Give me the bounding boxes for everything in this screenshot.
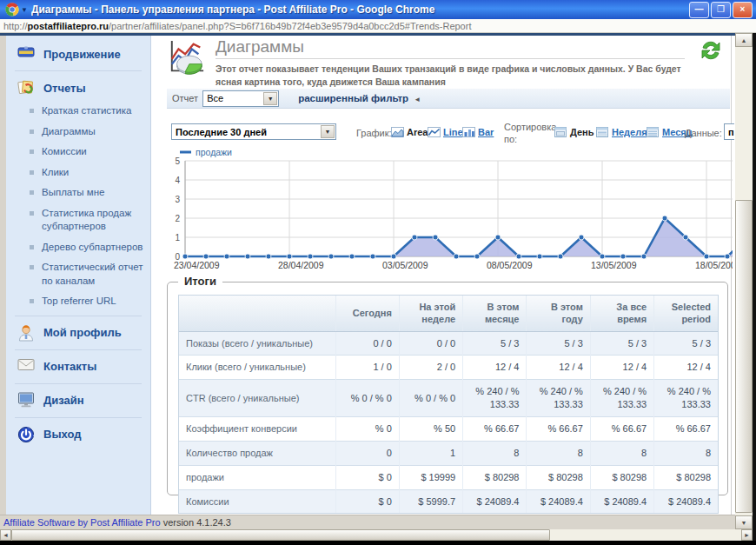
sidebar-item-комиссии[interactable]: Комиссии bbox=[6, 142, 150, 163]
promotion-icon bbox=[17, 45, 35, 63]
summary-cell: 12 / 4 bbox=[590, 356, 653, 380]
sidebar-item-label: Выход bbox=[43, 428, 81, 441]
advanced-filter-link[interactable]: расширенный фильтр◄ bbox=[298, 93, 421, 103]
sidebar-separator bbox=[15, 383, 142, 384]
sidebar-item-диаграммы[interactable]: Диаграммы bbox=[6, 122, 150, 143]
contacts-icon bbox=[17, 358, 35, 376]
bullet-icon bbox=[30, 265, 34, 269]
sidebar-item-клики[interactable]: Клики bbox=[6, 163, 150, 183]
sidebar-item-выход[interactable]: Выход bbox=[6, 422, 150, 448]
summary-cell: 1 bbox=[399, 441, 462, 465]
sort-option-неделя[interactable]: Неделя bbox=[596, 127, 647, 137]
sidebar-item-продвижение[interactable]: Продвижение bbox=[6, 41, 150, 67]
sidebar-item-label: Выплаты мне bbox=[42, 186, 104, 200]
summary-cell: % 66.67 bbox=[590, 416, 653, 441]
chevron-down-icon[interactable]: ▼ bbox=[21, 6, 28, 14]
sidebar-item-label: Отчеты bbox=[43, 82, 86, 95]
sidebar-item-label: Диаграммы bbox=[42, 125, 96, 139]
bullet-icon bbox=[30, 170, 34, 175]
scroll-left-icon[interactable]: ◄ bbox=[0, 529, 11, 541]
footer-link[interactable]: Affiliate Software by Post Affiliate Pro bbox=[3, 517, 161, 528]
page-footer: Affiliate Software by Post Affiliate Pro… bbox=[0, 515, 753, 529]
summary-cell: % 240 / % 133.33 bbox=[590, 380, 653, 417]
screen-bottom-edge bbox=[0, 541, 756, 545]
summary-cell: $ 5999.7 bbox=[399, 489, 462, 513]
sidebar-separator bbox=[15, 70, 142, 71]
chart-type-option-bar[interactable]: Bar bbox=[462, 127, 494, 137]
profile-icon bbox=[17, 324, 35, 342]
summary-cell: $ 0 bbox=[335, 489, 399, 513]
summary-cell: $ 80298 bbox=[463, 465, 527, 489]
sidebar-item-мой-профиль[interactable]: Мой профиль bbox=[6, 320, 150, 346]
window-right-edge bbox=[753, 33, 756, 541]
sort-option-день[interactable]: День bbox=[554, 127, 594, 137]
summary-column-header: В этом году bbox=[527, 296, 590, 331]
sidebar-item-label: Статистический отчет по каналам bbox=[42, 261, 147, 288]
chart-type-option-line[interactable]: Line bbox=[428, 127, 463, 137]
select-arrow-icon[interactable]: ▼ bbox=[321, 125, 335, 138]
period-select[interactable]: Последние 30 дней ▼ bbox=[171, 123, 336, 140]
scroll-down-icon[interactable]: ▼ bbox=[735, 515, 753, 529]
summary-row-label: Клики (всего / уникальные) bbox=[179, 356, 335, 380]
summary-cell: % 66.67 bbox=[527, 416, 590, 441]
restore-button[interactable]: ❐ bbox=[711, 2, 731, 18]
scroll-up-icon[interactable]: ▲ bbox=[735, 33, 753, 47]
summary-cell: % 66.67 bbox=[654, 416, 718, 441]
summary-cell: $ 24089.4 bbox=[463, 489, 527, 513]
vertical-scrollbar[interactable]: ▲ ▼ bbox=[735, 33, 753, 529]
address-bar[interactable]: http://postaffiliatepro.ru/partner/affil… bbox=[0, 19, 756, 33]
bullet-icon bbox=[30, 299, 34, 303]
summary-cell: 8 bbox=[654, 441, 718, 465]
report-select[interactable]: Все ▼ bbox=[202, 90, 279, 107]
minimize-button[interactable]: — bbox=[689, 2, 709, 18]
page-title: Диаграммы bbox=[216, 37, 304, 56]
calendar-day-icon bbox=[554, 127, 567, 137]
calendar-month-icon bbox=[647, 127, 660, 137]
sales-trend-chart: 01234523/04/200928/04/200903/05/200908/0… bbox=[168, 147, 733, 276]
sidebar-item-top-referrer-url[interactable]: Top referrer URL bbox=[6, 291, 150, 312]
line-icon bbox=[428, 127, 441, 137]
sidebar-item-контакты[interactable]: Контакты bbox=[6, 354, 150, 380]
summary-cell: 5 / 3 bbox=[463, 331, 527, 356]
chart-type-option-area[interactable]: Area bbox=[391, 127, 428, 137]
summary-cell: % 0 / % 0 bbox=[399, 380, 462, 417]
sidebar-item-выплаты-мне[interactable]: Выплаты мне bbox=[6, 183, 150, 203]
sidebar-item-отчеты[interactable]: Отчеты bbox=[6, 75, 150, 101]
refresh-icon[interactable] bbox=[700, 39, 722, 62]
url-path: /partner/affiliates/panel.php?S=b6f716b4… bbox=[109, 21, 471, 31]
summary-cell: $ 24089.4 bbox=[527, 489, 590, 513]
sidebar: ПродвижениеОтчетыКраткая статистикаДиагр… bbox=[6, 36, 151, 515]
horizontal-scrollbar[interactable]: ◄ ► bbox=[0, 529, 753, 541]
vertical-scroll-thumb[interactable] bbox=[735, 200, 753, 513]
horizontal-scroll-thumb[interactable] bbox=[11, 529, 550, 541]
sidebar-item-статистический-отчет-по-каналам[interactable]: Статистический отчет по каналам bbox=[6, 257, 150, 291]
logout-icon bbox=[17, 426, 35, 443]
sidebar-item-label: Комиссии bbox=[42, 145, 87, 159]
sidebar-item-label: Продвижение bbox=[43, 48, 121, 61]
title-rule bbox=[216, 58, 685, 59]
table-row: Количество продаж018888 bbox=[179, 441, 718, 465]
summary-cell: $ 80298 bbox=[654, 465, 718, 489]
scroll-right-icon[interactable]: ► bbox=[741, 529, 753, 541]
data-select[interactable]: продажи ▼ bbox=[724, 123, 734, 140]
table-row: CTR (всего / уникальные)% 0 / % 0% 0 / %… bbox=[179, 380, 718, 417]
summary-cell: 5 / 3 bbox=[527, 331, 590, 356]
url-prefix: http:// bbox=[3, 21, 28, 31]
sidebar-item-дизайн[interactable]: Дизайн bbox=[6, 388, 150, 414]
svg-text:4: 4 bbox=[175, 176, 180, 185]
page-description: Этот отчет показывает тенденции Ваших тр… bbox=[216, 63, 702, 89]
sidebar-item-статистика-продаж-субпартнеров[interactable]: Статистика продаж субпартнеров bbox=[6, 203, 150, 237]
chrome-icon bbox=[5, 3, 19, 17]
summary-cell: 5 / 3 bbox=[654, 331, 718, 356]
sidebar-item-краткая-статистика[interactable]: Краткая статистика bbox=[6, 101, 150, 122]
main-area: Диаграммы Этот отчет показывает тенденци… bbox=[165, 36, 734, 515]
summary-cell: 0 / 0 bbox=[399, 331, 462, 356]
summary-row-label: Показы (всего / уникальные) bbox=[179, 331, 335, 356]
summary-cell: 8 bbox=[527, 441, 590, 465]
calendar-week-icon bbox=[596, 127, 609, 137]
data-label: Данные: bbox=[685, 128, 722, 138]
select-arrow-icon[interactable]: ▼ bbox=[263, 92, 277, 105]
table-row: продажи$ 0$ 19999$ 80298$ 80298$ 80298$ … bbox=[179, 465, 718, 489]
sidebar-item-дерево-субпартнеров[interactable]: Дерево субпартнеров bbox=[6, 237, 150, 258]
close-button[interactable]: × bbox=[733, 2, 753, 18]
